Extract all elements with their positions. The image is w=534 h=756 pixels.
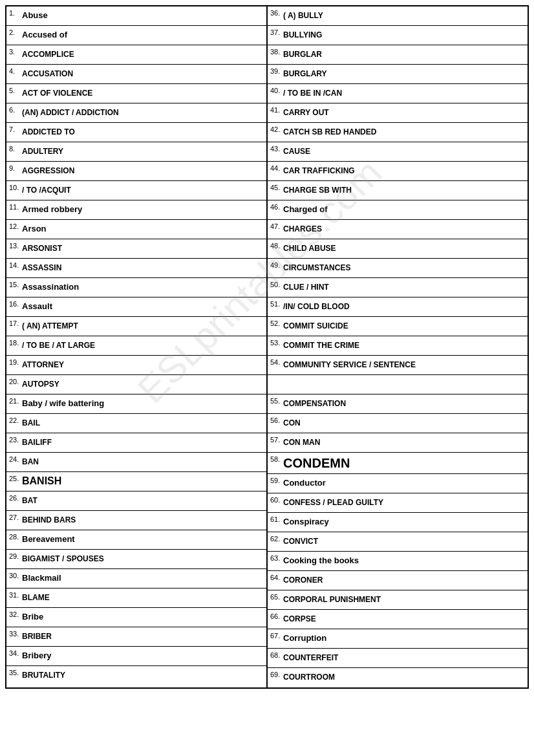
table-row: 19.ATTORNEY — [6, 356, 266, 375]
row-number: 58. — [270, 455, 283, 463]
row-term: Baby / wife battering — [22, 398, 104, 409]
row-term: ACCUSATION — [22, 69, 73, 80]
table-row: 29.bigamist / spouses — [6, 550, 266, 569]
row-term: COMPENSATION — [283, 399, 346, 409]
row-term: CHILD ABUSE — [283, 244, 336, 254]
table-row: 27.BEHIND BARS — [6, 511, 266, 530]
table-row: 50.CLUE / HINT — [268, 278, 528, 297]
table-row: 12.Arson — [6, 220, 266, 239]
row-number — [270, 377, 283, 378]
row-term: BAILIFF — [22, 438, 52, 448]
row-term: Blackmail — [22, 573, 61, 584]
table-row: 21.Baby / wife battering — [6, 394, 266, 414]
table-row: 2.Accused of — [6, 26, 266, 45]
row-number: 31. — [9, 590, 22, 599]
row-number: 18. — [9, 338, 22, 347]
row-term: ARSONIST — [22, 244, 62, 254]
row-number: 24. — [9, 455, 22, 463]
row-term: BURGLARY — [283, 69, 327, 80]
row-number: 52. — [270, 319, 283, 327]
table-row: 58.CONDEMN — [268, 453, 528, 474]
row-term: AUTOPSY — [22, 380, 59, 390]
row-number: 2. — [9, 28, 22, 36]
table-row: 48.CHILD ABUSE — [268, 239, 528, 259]
row-number: 21. — [9, 396, 22, 405]
table-row: 35.BRUTALITY — [6, 666, 266, 686]
row-term: Accused of — [22, 30, 67, 41]
row-term: Conspiracy — [283, 517, 329, 528]
table-row: 46.Charged of — [268, 200, 528, 220]
right-column: 36.( A) BULLY37.BULLYING38.BURGLAR39.BUR… — [268, 6, 528, 687]
row-term: BAT — [22, 496, 37, 506]
row-term: COMMUNITY SERVICE / SENTENCE — [283, 360, 416, 371]
table-row: 57.CON MAN — [268, 433, 528, 453]
row-term: (AN) ADDICT / ADDICTION — [22, 108, 119, 118]
table-row: 10./ TO /ACQUIT — [6, 181, 266, 200]
row-term: Bribe — [22, 612, 43, 623]
row-number: 22. — [9, 416, 22, 424]
table-row: 68.COUNTERFEIT — [268, 649, 528, 668]
row-term: Bereavement — [22, 534, 75, 545]
row-number: 20. — [9, 377, 22, 385]
table-row: 60.CONFESS / PLEAD GUILTY — [268, 493, 528, 513]
row-term: Bribery — [22, 651, 52, 662]
row-number: 13. — [9, 241, 22, 250]
left-column: 1.Abuse2.Accused of3.ACCOMPLICE4.ACCUSAT… — [6, 6, 268, 687]
table-row: 37.BULLYING — [268, 26, 528, 45]
row-term: BULLYING — [283, 30, 322, 41]
row-number: 40. — [270, 86, 283, 94]
row-term: Charged of — [283, 204, 328, 215]
table-row: 13.ARSONIST — [6, 239, 266, 259]
row-term: ACCOMPLICE — [22, 50, 74, 60]
table-row: 36.( A) BULLY — [268, 6, 528, 26]
row-term: CLUE / HINT — [283, 283, 329, 293]
row-number: 53. — [270, 338, 283, 347]
table-row: 7.ADDICTED TO — [6, 123, 266, 142]
row-number: 34. — [9, 649, 22, 657]
row-term: Abuse — [22, 10, 48, 21]
row-term: ADDICTED TO — [22, 127, 75, 138]
table-row: 30.Blackmail — [6, 569, 266, 589]
row-term: BRIBER — [22, 632, 52, 642]
row-term: CONDEMN — [283, 455, 350, 471]
table-row: 56.CON — [268, 414, 528, 433]
row-term: ( AN) ATTEMPT — [22, 321, 78, 332]
row-term: Assault — [22, 301, 52, 312]
row-term: Assassination — [22, 282, 79, 293]
row-term: BRUTALITY — [22, 671, 65, 681]
row-term: CIRCUMSTANCES — [283, 263, 350, 274]
table-row: 24.BAN — [6, 453, 266, 472]
row-term: / TO /ACQUIT — [22, 186, 71, 196]
table-row: 14.ASSASSIN — [6, 259, 266, 278]
row-number: 26. — [9, 493, 22, 502]
table-row: 65.CORPORAL PUNISHMENT — [268, 590, 528, 610]
row-number: 68. — [270, 651, 283, 659]
table-row: 67.Corruption — [268, 629, 528, 649]
row-number: 15. — [9, 280, 22, 288]
table-row: 41.CARRY OUT — [268, 103, 528, 123]
row-term: / TO BE / AT LARGE — [22, 341, 95, 351]
row-term: CORPORAL PUNISHMENT — [283, 595, 381, 605]
table-row: 51./IN/ COLD BLOOD — [268, 297, 528, 317]
table-row: 33.BRIBER — [6, 627, 266, 647]
row-term: CARRY OUT — [283, 108, 329, 118]
row-number: 61. — [270, 515, 283, 523]
row-number: 8. — [9, 144, 22, 153]
row-number: 35. — [9, 668, 22, 676]
row-term: ( A) BULLY — [283, 11, 323, 21]
row-number: 36. — [270, 8, 283, 17]
row-number: 44. — [270, 164, 283, 172]
table-row: 40./ TO BE IN /CAN — [268, 84, 528, 103]
table-row: 39.BURGLARY — [268, 65, 528, 84]
row-term: / TO BE IN /CAN — [283, 89, 342, 99]
table-row: 15.Assassination — [6, 278, 266, 297]
row-number: 65. — [270, 592, 283, 601]
row-number: 45. — [270, 183, 283, 191]
vocabulary-table: 1.Abuse2.Accused of3.ACCOMPLICE4.ACCUSAT… — [5, 5, 529, 689]
row-number: 25. — [9, 474, 22, 482]
table-row: 49.CIRCUMSTANCES — [268, 259, 528, 278]
row-term: CORONER — [283, 576, 323, 586]
row-number: 47. — [270, 222, 283, 230]
row-term: Conductor — [283, 478, 326, 489]
row-term: COMMIT SUICIDE — [283, 321, 348, 332]
